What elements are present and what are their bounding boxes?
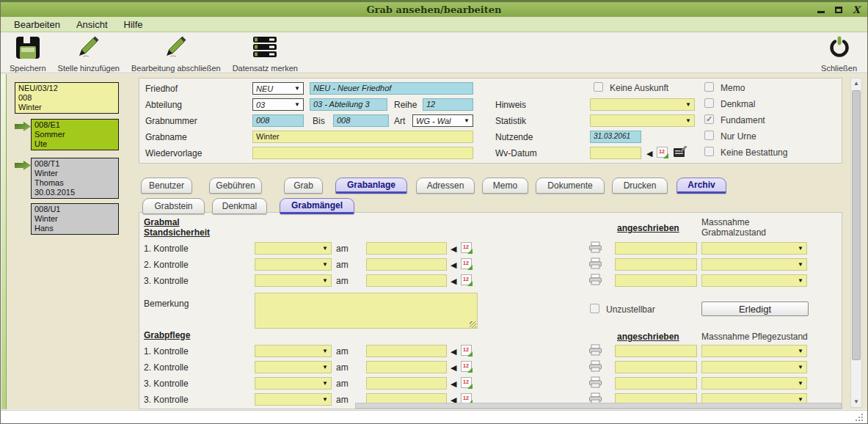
date-back-icon[interactable]: ◀: [451, 276, 456, 286]
print-icon[interactable]: [588, 241, 602, 253]
tab-grab[interactable]: Grab: [284, 178, 323, 194]
massnahme-dropdown[interactable]: ▼: [701, 258, 807, 271]
tab-denkmal[interactable]: Denkmal: [212, 198, 267, 214]
close-window-button[interactable]: X: [851, 5, 861, 14]
nur-urne-checkbox[interactable]: [704, 131, 714, 140]
kontrolle-type-dropdown[interactable]: ▼: [255, 258, 332, 271]
hinweis-dropdown[interactable]: ▼: [590, 98, 695, 111]
kontrolle-date-field[interactable]: [366, 242, 447, 255]
calendar-icon[interactable]: 12: [461, 258, 472, 269]
tab-gebuehren[interactable]: Gebühren: [209, 178, 262, 194]
unzustellbar-checkbox[interactable]: [590, 304, 599, 313]
tab-archiv[interactable]: Archiv: [676, 178, 726, 194]
art-dropdown[interactable]: WG - Wal ▼: [412, 114, 473, 127]
friedhof-name-field[interactable]: NEU - Neuer Friedhof: [310, 82, 473, 95]
grave-card[interactable]: NEU/03/12 008 Winter: [15, 82, 119, 114]
statistik-dropdown[interactable]: ▼: [590, 114, 695, 127]
scrollbar-thumb[interactable]: [852, 90, 861, 360]
calendar-icon[interactable]: 12: [461, 242, 472, 253]
resize-handle[interactable]: [470, 321, 476, 328]
angeschrieben-field[interactable]: [615, 377, 697, 390]
date-back-icon[interactable]: ◀: [451, 362, 456, 373]
maximize-button[interactable]: [834, 5, 844, 14]
calendar-icon[interactable]: 12: [461, 361, 472, 372]
menu-hilfe[interactable]: Hilfe: [124, 19, 143, 30]
date-back-icon[interactable]: ◀: [451, 260, 456, 270]
scroll-down-icon[interactable]: ▼: [851, 397, 861, 407]
nutzende-field[interactable]: 31.03.2061: [590, 131, 641, 143]
date-back-icon[interactable]: ◀: [646, 148, 652, 158]
close-form-button[interactable]: Schließen: [821, 36, 857, 73]
vertical-scrollbar[interactable]: ▲ ▼: [850, 78, 862, 408]
denkmal-checkbox[interactable]: [704, 98, 714, 108]
calendar-icon[interactable]: 12: [461, 274, 472, 285]
bemerkung-textarea[interactable]: [255, 293, 478, 329]
angeschrieben-field[interactable]: [615, 242, 697, 255]
angeschrieben-field[interactable]: [615, 274, 697, 287]
tab-memo[interactable]: Memo: [482, 178, 528, 194]
kontrolle-type-dropdown[interactable]: ▼: [255, 345, 332, 357]
reihe-field[interactable]: 12: [423, 98, 473, 111]
scroll-up-icon[interactable]: ▲: [851, 78, 861, 89]
tab-dokumente[interactable]: Dokumente: [536, 178, 605, 194]
angeschrieben-field[interactable]: [615, 258, 697, 271]
date-back-icon[interactable]: ◀: [451, 346, 456, 357]
grave-card[interactable]: 008/E1 Sommer Ute: [31, 119, 119, 150]
kontrolle-date-field[interactable]: [366, 361, 447, 373]
kontrolle-date-field[interactable]: [366, 258, 447, 271]
kontrolle-type-dropdown[interactable]: ▼: [255, 242, 332, 255]
memo-checkbox[interactable]: [704, 82, 714, 92]
massnahme-dropdown[interactable]: ▼: [701, 377, 807, 390]
angeschrieben-field[interactable]: [615, 361, 697, 373]
menu-ansicht[interactable]: Ansicht: [76, 19, 108, 30]
window-resize-grip[interactable]: [861, 414, 863, 415]
kontrolle-type-dropdown[interactable]: ▼: [255, 393, 332, 406]
date-back-icon[interactable]: ◀: [451, 379, 456, 389]
notes-icon[interactable]: [673, 146, 688, 158]
horizontal-scrollbar[interactable]: [355, 403, 842, 409]
print-icon[interactable]: [588, 274, 602, 285]
date-back-icon[interactable]: ◀: [451, 244, 456, 254]
tab-grabmaengel[interactable]: Grabmängel: [280, 198, 354, 214]
tab-adressen[interactable]: Adressen: [416, 178, 475, 194]
tab-benutzer[interactable]: Benutzer: [141, 178, 192, 194]
fundament-checkbox[interactable]: [704, 114, 714, 124]
print-icon[interactable]: [588, 360, 602, 372]
calendar-icon[interactable]: 12: [461, 377, 472, 388]
massnahme-dropdown[interactable]: ▼: [701, 345, 807, 357]
grave-card[interactable]: 008/T1 Winter Thomas 30.03.2015: [31, 158, 119, 199]
minimize-button[interactable]: [816, 5, 826, 14]
calendar-icon[interactable]: 12: [461, 345, 472, 356]
remember-record-button[interactable]: Datensatz merken: [233, 36, 298, 73]
wv-datum-field[interactable]: [590, 147, 641, 159]
erledigt-button[interactable]: Erledigt: [701, 301, 809, 316]
print-icon[interactable]: [588, 257, 602, 269]
keine-bestattung-checkbox[interactable]: [704, 147, 714, 156]
kontrolle-type-dropdown[interactable]: ▼: [255, 377, 332, 390]
tab-grabstein[interactable]: Grabstein: [142, 198, 205, 214]
bis-field[interactable]: 008: [333, 114, 389, 127]
save-button[interactable]: Speichern: [10, 36, 46, 73]
massnahme-dropdown[interactable]: ▼: [701, 242, 807, 255]
massnahme-dropdown[interactable]: ▼: [701, 274, 807, 287]
print-icon[interactable]: [588, 376, 602, 388]
menu-bearbeiten[interactable]: Bearbeiten: [14, 19, 60, 30]
grabname-field[interactable]: Winter: [252, 131, 473, 143]
grave-card[interactable]: 008/U1 Winter Hans: [31, 203, 119, 235]
kontrolle-date-field[interactable]: [366, 274, 447, 287]
abteilung-name-field[interactable]: 03 - Abteilung 3: [310, 98, 387, 111]
kontrolle-date-field[interactable]: [366, 377, 447, 390]
kontrolle-type-dropdown[interactable]: ▼: [255, 361, 332, 373]
kontrolle-date-field[interactable]: [366, 345, 447, 357]
grabnummer-field[interactable]: 008: [252, 114, 304, 127]
finish-editing-button[interactable]: Bearbeitung abschließen: [131, 36, 221, 73]
angeschrieben-field[interactable]: [615, 345, 697, 357]
tab-drucken[interactable]: Drucken: [612, 178, 668, 194]
tab-grabanlage[interactable]: Grabanlage: [335, 178, 407, 194]
calendar-icon[interactable]: 12: [657, 147, 668, 158]
wiedervorlage-field[interactable]: [252, 147, 473, 159]
friedhof-dropdown[interactable]: NEU ▼: [252, 82, 304, 95]
add-site-button[interactable]: Stelle hinzufügen: [58, 36, 120, 73]
keine-auskunft-checkbox[interactable]: [594, 82, 603, 92]
abteilung-dropdown[interactable]: 03 ▼: [252, 98, 304, 111]
